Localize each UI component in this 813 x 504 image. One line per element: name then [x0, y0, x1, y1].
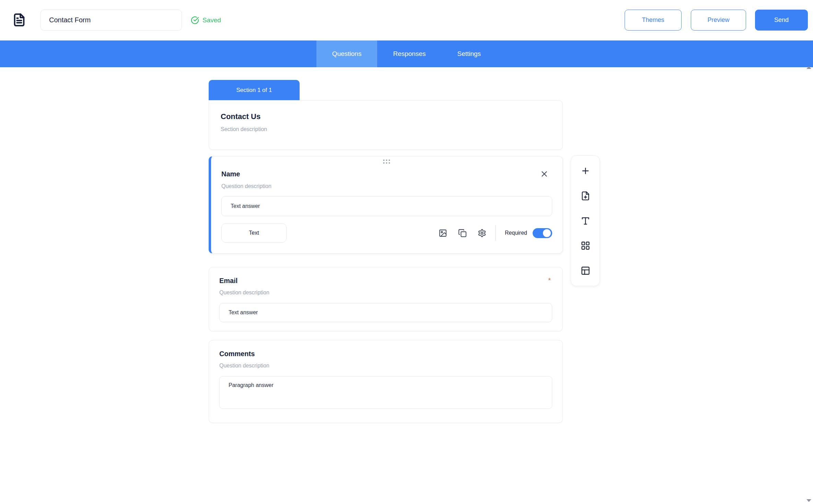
- document-icon: [12, 13, 26, 27]
- question-title[interactable]: Name: [221, 170, 240, 178]
- drag-handle-icon[interactable]: [383, 160, 391, 164]
- layout-grid-icon[interactable]: [581, 241, 590, 250]
- check-circle-icon: [191, 16, 199, 24]
- image-icon[interactable]: [439, 229, 447, 237]
- question-description[interactable]: Question description: [221, 183, 552, 189]
- paragraph-answer-preview[interactable]: Paragraph answer: [219, 376, 552, 409]
- question-type-select[interactable]: Text: [221, 223, 287, 243]
- required-toggle[interactable]: [533, 228, 552, 238]
- send-button[interactable]: Send: [755, 10, 808, 31]
- question-description[interactable]: Question description: [219, 290, 552, 296]
- section-card[interactable]: Contact Us Section description: [209, 100, 563, 150]
- section-tab[interactable]: Section 1 of 1: [209, 80, 300, 101]
- close-icon[interactable]: [540, 169, 549, 178]
- required-asterisk: *: [548, 277, 551, 284]
- required-label: Required: [505, 230, 527, 236]
- text-icon[interactable]: [581, 216, 590, 226]
- divider: [495, 225, 496, 241]
- section-description[interactable]: Section description: [221, 126, 551, 132]
- form-title-input[interactable]: [40, 10, 182, 31]
- scroll-up-arrow[interactable]: [806, 66, 811, 69]
- header: Saved Themes Preview Send: [0, 0, 813, 40]
- side-toolbar: [571, 155, 600, 286]
- question-toolbar: Text: [221, 223, 552, 243]
- text-answer-preview[interactable]: Text answer: [219, 303, 552, 322]
- themes-button[interactable]: Themes: [625, 10, 682, 31]
- section-title[interactable]: Contact Us: [221, 112, 551, 121]
- preview-button[interactable]: Preview: [691, 10, 746, 31]
- question-description[interactable]: Question description: [219, 363, 552, 369]
- question-title[interactable]: Comments: [219, 350, 552, 358]
- saved-label: Saved: [202, 16, 221, 24]
- panel-layout-icon[interactable]: [581, 266, 590, 276]
- plus-icon[interactable]: [581, 166, 590, 176]
- nav-tabs: Questions Responses Settings: [0, 40, 813, 67]
- question-card-email[interactable]: Email * Question description Text answer: [209, 267, 563, 331]
- saved-status: Saved: [191, 0, 221, 40]
- tab-questions[interactable]: Questions: [316, 40, 378, 67]
- question-title[interactable]: Email: [219, 277, 237, 285]
- question-card-name[interactable]: Name Question description Text answer Te…: [209, 156, 563, 254]
- form-builder-page: Saved Themes Preview Send Questions Resp…: [0, 0, 813, 504]
- tab-settings[interactable]: Settings: [441, 40, 497, 67]
- copy-icon[interactable]: [458, 229, 467, 237]
- scroll-down-arrow[interactable]: [806, 499, 811, 502]
- question-card-comments[interactable]: Comments Question description Paragraph …: [209, 340, 563, 423]
- gear-icon[interactable]: [478, 229, 486, 237]
- text-answer-preview[interactable]: Text answer: [221, 196, 552, 216]
- tab-responses[interactable]: Responses: [377, 40, 441, 67]
- file-plus-icon[interactable]: [581, 191, 590, 201]
